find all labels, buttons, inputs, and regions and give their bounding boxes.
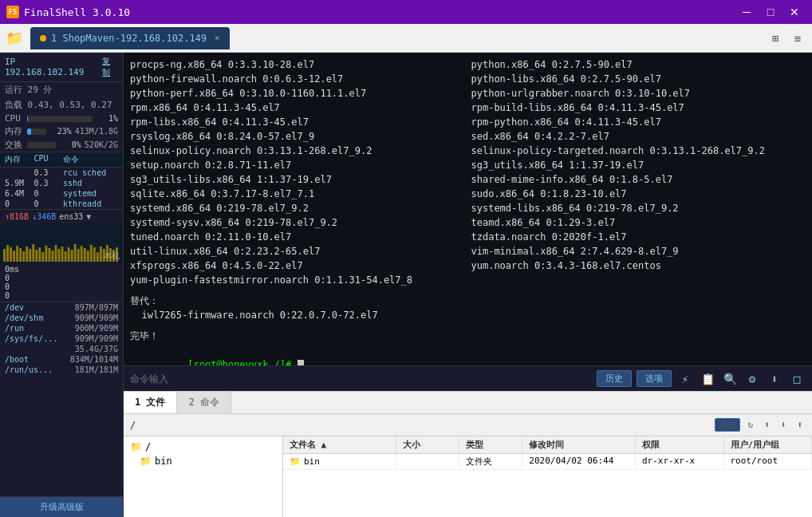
tab-close-icon[interactable]: ✕: [215, 33, 220, 43]
proc-mem-3: 0: [5, 199, 33, 208]
disk-path-2: /run: [5, 324, 75, 333]
file-folder-icon-0: 📁: [290, 456, 301, 467]
copy-ip-button[interactable]: 复制: [102, 56, 118, 78]
terminal-toolbar: 历史 选项 ⚡ 📋 🔍 ⚙ ⬇ □: [124, 365, 812, 391]
swap-bar-bg: [27, 142, 56, 148]
terminal-prompt-line: [root@honeyyxk /]#: [130, 343, 806, 365]
title-bar: FS FinalShell 3.0.10 ─ □ ✕: [0, 0, 812, 24]
header-mem: 内存: [5, 154, 33, 165]
svg-rect-24: [81, 246, 83, 262]
history-button[interactable]: 历史: [597, 370, 632, 387]
terminal-line: rpm-python.x86_64 0:4.11.3-45.el7: [471, 115, 806, 129]
tree-item-bin[interactable]: 📁 bin: [127, 454, 279, 468]
search-icon[interactable]: 🔍: [721, 370, 739, 388]
tree-label-root: /: [145, 441, 151, 452]
fm-upload-icon[interactable]: ⬆: [761, 420, 773, 430]
th-type: 类型: [459, 436, 522, 453]
proc-cmd-0: rcu_sched: [63, 168, 118, 177]
fm-history-button[interactable]: 历史: [715, 418, 740, 432]
terminal[interactable]: procps-ng.x86_64 0:3.3.10-28.el7 python-…: [124, 53, 812, 365]
upgrade-button[interactable]: 升级高级版: [0, 496, 123, 517]
terminal-line: tuned.noarch 0:2.11.0-10.el7: [130, 230, 465, 244]
folder-icon[interactable]: 📁: [5, 29, 24, 48]
terminal-line: rpm-build-libs.x86_64 0:4.11.3-45.el7: [471, 101, 806, 115]
net-upload: ↑816B: [5, 212, 29, 221]
disk-row-4: 35.4G/37G: [0, 344, 123, 354]
th-size: 大小: [396, 436, 459, 453]
fm-table-header: 文件名 ▲ 大小 类型 修改时间 权限 用户/用户组: [283, 436, 812, 454]
mem-row: 内存 23% 413M/1.8G: [0, 124, 123, 138]
fm-file-row-0[interactable]: 📁 bin 文件夹 2020/04/02 06:44 dr-xr-xr-x ro…: [283, 454, 812, 470]
ip-text: IP 192.168.102.149: [5, 57, 99, 77]
th-date: 修改时间: [522, 436, 636, 453]
svg-rect-1: [6, 245, 9, 262]
fm-path: /: [130, 420, 710, 431]
proc-mem-1: 5.9M: [5, 179, 33, 187]
tab-commands[interactable]: 2 命令: [177, 392, 231, 413]
disk-path-3: /sys/fs/...: [5, 334, 75, 343]
th-name: 文件名 ▲: [283, 436, 396, 453]
terminal-line: systemd.x86_64 0:219-78.el7_9.2: [130, 201, 465, 215]
terminal-line: selinux-policy-targeted.noarch 0:3.13.1-…: [471, 144, 806, 158]
svg-rect-11: [38, 247, 41, 262]
proc-row-0: 0.3 rcu_sched: [0, 168, 123, 178]
svg-rect-23: [77, 249, 80, 262]
settings-icon[interactable]: ⚙: [743, 370, 761, 388]
lightning-icon[interactable]: ⚡: [676, 370, 694, 388]
proc-row-2: 6.4M 0 systemd: [0, 188, 123, 199]
mem-label: 内存: [5, 125, 24, 137]
terminal-prompt: [root@honeyyxk /]#: [187, 359, 297, 365]
tree-item-root[interactable]: 📁 /: [127, 440, 279, 454]
terminal-replace-pkg: iwl7265-firmware.noarch 0:22.0.7.0-72.el…: [130, 308, 806, 322]
window-icon[interactable]: □: [788, 370, 806, 388]
cpu-value: 1%: [96, 114, 118, 123]
svg-rect-3: [13, 251, 15, 262]
download-icon[interactable]: ⬇: [766, 370, 783, 388]
terminal-line: python-firewall.noarch 0:0.6.3-12.el7: [130, 72, 465, 86]
sidebar: IP 192.168.102.149 复制 运行 29 分 负载 0.43, 0…: [0, 53, 124, 517]
fm-download-icon[interactable]: ⬇: [778, 420, 790, 430]
file-owner-0: root/root: [724, 454, 813, 469]
terminal-line: shared-mime-info.x86_64 0:1.8-5.el7: [471, 172, 806, 187]
command-input[interactable]: [130, 373, 592, 385]
latency-0a: 0: [5, 274, 10, 282]
close-button[interactable]: ✕: [783, 3, 806, 21]
svg-rect-21: [71, 250, 73, 262]
terminal-pkg-list: procps-ng.x86_64 0:3.3.10-28.el7 python-…: [130, 57, 806, 287]
right-content: procps-ng.x86_64 0:3.3.10-28.el7 python-…: [124, 53, 812, 517]
swap-size: 520K/2G: [85, 140, 118, 149]
select-button[interactable]: 选项: [637, 370, 672, 387]
terminal-line: procps-ng.x86_64 0:3.3.10-28.el7: [130, 57, 465, 72]
svg-rect-26: [87, 251, 89, 262]
terminal-line: selinux-policy.noarch 0:3.13.1-268.el7_9…: [130, 144, 465, 158]
disk-size-1: 909M/909M: [75, 314, 118, 322]
fm-refresh-icon[interactable]: ↻: [745, 420, 757, 430]
cpu-label: CPU: [5, 113, 24, 124]
toolbar: 📁 1 ShopMaven-192.168.102.149 ✕ ⊞ ≡: [0, 24, 812, 53]
proc-cpu-2: 0: [34, 189, 62, 198]
folder-icon-root: 📁: [130, 441, 142, 452]
proc-cmd-2: systemd: [63, 189, 118, 198]
minimize-button[interactable]: ─: [735, 3, 758, 21]
terminal-line: tzdata.noarch 0:2020f-1.el7: [471, 230, 806, 244]
list-view-icon[interactable]: ≡: [788, 29, 807, 48]
svg-rect-0: [3, 249, 6, 262]
fm-upload2-icon[interactable]: ⬆: [794, 420, 806, 430]
disk-row-0: /dev 897M/897M: [0, 302, 123, 313]
maximize-button[interactable]: □: [759, 3, 782, 21]
folder-icon-bin: 📁: [140, 456, 152, 467]
svg-rect-28: [93, 247, 96, 262]
clipboard-icon[interactable]: 📋: [699, 370, 716, 388]
svg-rect-22: [74, 244, 77, 262]
ssh-tab[interactable]: 1 ShopMaven-192.168.102.149 ✕: [30, 27, 230, 49]
tab-files-label: 1 文件: [135, 396, 165, 409]
disk-size-6: 181M/181M: [75, 365, 118, 374]
fm-tree: 📁 / 📁 bin: [124, 436, 283, 517]
terminal-line: xfsprogs.x86_64 0:4.5.0-22.el7: [130, 258, 465, 273]
terminal-line: teamd.x86_64 0:1.29-3.el7: [471, 215, 806, 230]
terminal-line: rsyslog.x86_64 0:8.24.0-57.el7_9: [130, 129, 465, 144]
disk-path-6: /run/us...: [5, 365, 75, 374]
mini-chart: 本机: [0, 223, 123, 263]
grid-view-icon[interactable]: ⊞: [766, 29, 785, 48]
tab-files[interactable]: 1 文件: [124, 392, 177, 413]
